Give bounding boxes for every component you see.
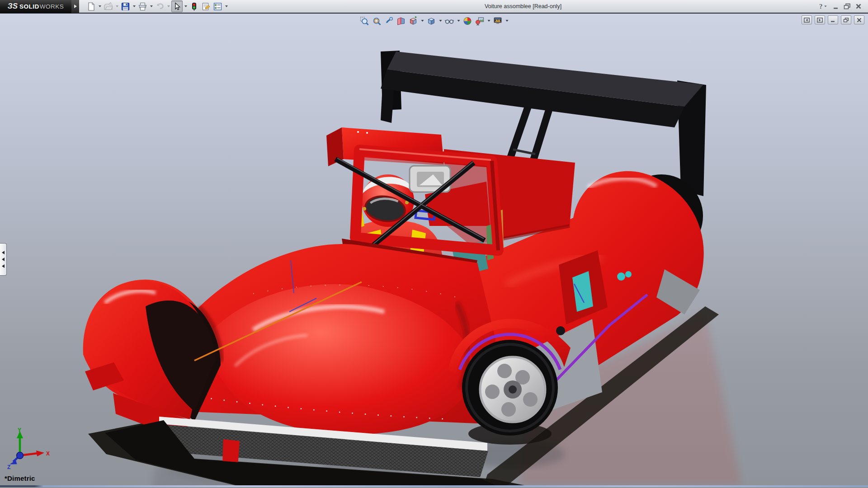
hide-show-items-glasses-icon [445,16,454,26]
solidworks-logo[interactable]: ЗS SOLID WORKS [0,0,71,13]
triad-y-label: Y [18,427,21,433]
view-orientation-label: *Dimetric [5,474,35,482]
brand-solid: SOLID [19,3,39,10]
doc-restore-icon [843,18,849,23]
doc-restore-button[interactable] [841,15,851,24]
section-view-button[interactable] [396,15,407,27]
help-button[interactable]: ? [817,2,828,11]
new-document-icon [86,2,96,11]
doc-minimize-icon [830,18,836,23]
toolbar-options-dropdown[interactable] [224,1,229,11]
feature-manager-collapsed-tab[interactable] [0,243,7,276]
minimize-button[interactable] [833,2,839,11]
zoom-to-fit-icon [360,16,369,26]
toolbar-save-dropdown[interactable] [132,1,137,11]
bottom-edge-strip [0,485,868,487]
apply-scene-dropdown[interactable] [486,16,491,26]
hide-show-items-button[interactable] [444,15,455,27]
help-icon: ? [817,3,828,10]
model-voiture-assemblee[interactable] [0,14,868,485]
previous-view-button[interactable] [383,15,395,27]
display-style-icon [427,16,436,26]
brand-works: WORKS [40,3,64,10]
close-button[interactable] [855,2,862,11]
toolbar-select-button[interactable] [171,0,183,12]
pane-left-button[interactable] [802,15,812,24]
apply-scene-button[interactable] [474,15,486,27]
hide-show-items-dropdown[interactable] [456,16,461,26]
previous-view-icon [384,16,394,26]
print-icon [138,2,147,11]
triad-z-label: Z [7,464,10,469]
display-style-button[interactable] [426,15,437,27]
open-folder-icon [104,2,113,11]
left-arrow-icon [2,258,5,261]
section-view-icon [396,16,406,26]
brand-mark: ЗS [8,2,18,11]
toolbar-new-button[interactable] [85,0,97,12]
view-orientation-dropdown[interactable] [420,16,425,26]
left-arrow-icon [2,264,5,268]
menu-expand-arrow[interactable] [71,0,79,13]
right-arrow-icon [74,5,77,8]
view-settings-dropdown[interactable] [505,16,509,26]
toolbar-undo-dropdown[interactable] [166,1,171,11]
view-settings-icon [493,16,503,26]
edit-appearance-button[interactable] [462,15,473,27]
view-orientation-button[interactable] [408,15,419,27]
document-window-controls [802,15,864,24]
zoom-to-fit-button[interactable] [359,15,370,27]
display-style-dropdown[interactable] [438,16,443,26]
pane-left-icon [804,18,810,23]
svg-text:?: ? [819,3,823,10]
options-checklist-icon [213,2,222,11]
graphics-viewport[interactable]: Y X Z *Dimetric [0,14,868,485]
view-settings-button[interactable] [492,15,504,27]
toolbar-select-dropdown[interactable] [183,1,188,11]
toolbar-save-button[interactable] [120,0,131,12]
toolbar-open-button[interactable] [103,0,114,12]
restore-button[interactable] [844,2,851,11]
orientation-triad[interactable]: Y X Z [6,427,52,469]
window-title: Voiture assomblee [Read-only] [229,3,817,9]
rebuild-traffic-light-icon [189,2,199,11]
toolbar-undo-button[interactable] [154,0,165,12]
zoom-to-area-button[interactable] [371,15,382,27]
save-floppy-icon [121,2,130,11]
doc-minimize-button[interactable] [828,15,838,24]
toolbar-print-dropdown[interactable] [149,1,154,11]
triad-x-label: X [46,450,50,457]
pane-right-button[interactable] [815,15,825,24]
undo-arrow-icon [155,2,165,11]
left-arrow-icon [2,251,5,254]
standard-toolbar [85,0,229,12]
doc-close-button[interactable] [854,15,864,24]
toolbar-open-dropdown[interactable] [114,1,119,11]
window-controls: ? [817,2,868,11]
toolbar-options-button[interactable] [212,0,223,12]
doc-close-icon [856,18,862,23]
zoom-to-area-icon [372,16,382,26]
heads-up-view-toolbar [359,15,509,27]
toolbar-rebuild-button[interactable] [189,0,200,12]
view-orientation-icon [409,16,418,26]
apply-scene-icon [475,16,485,26]
edit-appearance-ball-icon [463,16,472,26]
toolbar-print-button[interactable] [137,0,148,12]
select-cursor-icon [172,2,182,11]
toolbar-file-properties-button[interactable] [200,0,212,12]
toolbar-new-dropdown[interactable] [97,1,102,11]
close-icon [855,3,862,9]
pane-right-icon [817,18,823,23]
title-bar[interactable]: ЗS SOLID WORKS [0,0,868,14]
restore-icon [844,3,851,9]
file-properties-icon [201,2,211,11]
front-left-fender[interactable] [83,281,221,439]
minimize-icon [833,3,839,9]
